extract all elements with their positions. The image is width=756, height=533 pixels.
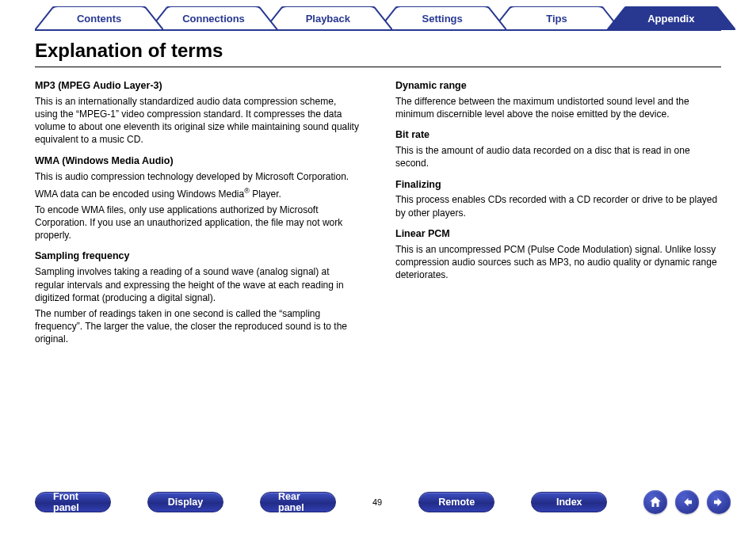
home-icon[interactable] — [643, 490, 667, 514]
nav-icons — [643, 490, 731, 514]
term-paragraph: This is audio compression technology dev… — [35, 170, 361, 183]
right-column: Dynamic rangeThe difference between the … — [395, 79, 721, 348]
term-paragraph: The number of readings taken in one seco… — [35, 307, 361, 346]
term-paragraph: This is an internationally standardized … — [35, 95, 361, 147]
top-tabs: ContentsConnectionsPlaybackSettingsTipsA… — [35, 6, 721, 30]
tab-label: Connections — [149, 6, 277, 30]
tab-tips[interactable]: Tips — [492, 6, 620, 30]
display-button[interactable]: Display — [147, 492, 223, 512]
tab-label: Playback — [264, 6, 392, 30]
term-title: Dynamic range — [395, 79, 721, 93]
term-title: Linear PCM — [395, 227, 721, 241]
term-title: Bit rate — [395, 128, 721, 142]
term-paragraph: This is the amount of audio data recorde… — [395, 144, 721, 169]
bottom-left-pills: Front panelDisplayRear panel — [35, 492, 372, 512]
content-columns: MP3 (MPEG Audio Layer-3)This is an inter… — [35, 79, 721, 348]
term-paragraph: This process enables CDs recorded with a… — [395, 193, 721, 219]
tab-label: Tips — [492, 6, 620, 30]
term-paragraph: The difference between the maximum undis… — [395, 95, 721, 120]
front-panel-button[interactable]: Front panel — [35, 492, 111, 512]
bottom-right-pills: RemoteIndex — [418, 492, 643, 512]
term-paragraph: To encode WMA files, only use applicatio… — [35, 204, 361, 242]
tab-appendix[interactable]: Appendix — [607, 6, 735, 30]
tab-contents[interactable]: Contents — [35, 6, 163, 30]
remote-button[interactable]: Remote — [418, 492, 494, 512]
bottom-bar: Front panelDisplayRear panel 49 RemoteIn… — [35, 489, 721, 516]
left-column: MP3 (MPEG Audio Layer-3)This is an inter… — [35, 79, 361, 348]
arrow-left-icon[interactable] — [675, 490, 699, 514]
tab-label: Appendix — [607, 6, 735, 30]
page-number: 49 — [372, 497, 382, 507]
rear-panel-button[interactable]: Rear panel — [260, 492, 336, 512]
term-title: Sampling frequency — [35, 249, 361, 263]
index-button[interactable]: Index — [531, 492, 607, 512]
term-title: Finalizing — [395, 178, 721, 192]
tab-label: Settings — [378, 6, 506, 30]
term-title: WMA (Windows Media Audio) — [35, 154, 361, 168]
page-title: Explanation of terms — [35, 40, 721, 67]
term-paragraph: Sampling involves taking a reading of a … — [35, 265, 361, 304]
term-paragraph: This is an uncompressed PCM (Pulse Code … — [395, 243, 721, 282]
arrow-right-icon[interactable] — [707, 490, 731, 514]
tab-settings[interactable]: Settings — [378, 6, 506, 30]
term-paragraph: WMA data can be encoded using Windows Me… — [35, 186, 361, 200]
tab-label: Contents — [35, 6, 163, 30]
term-title: MP3 (MPEG Audio Layer-3) — [35, 79, 361, 93]
tab-connections[interactable]: Connections — [149, 6, 277, 30]
tab-playback[interactable]: Playback — [264, 6, 392, 30]
